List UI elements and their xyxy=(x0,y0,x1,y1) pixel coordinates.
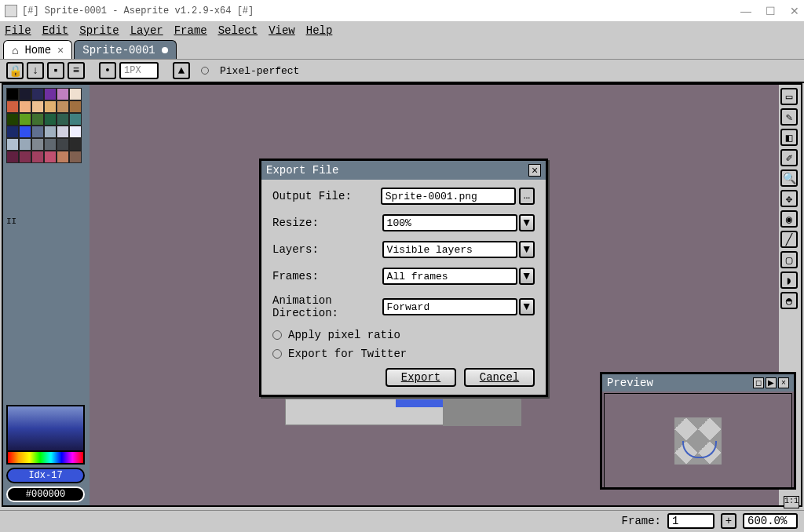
palette-swatch[interactable] xyxy=(6,126,19,138)
maximize-button[interactable]: ☐ xyxy=(766,5,776,17)
export-twitter-checkbox[interactable]: Export for Twitter xyxy=(272,348,535,360)
palette-swatch[interactable] xyxy=(44,113,57,126)
palette-swatch[interactable] xyxy=(44,126,57,138)
palette-swatch[interactable] xyxy=(44,138,57,151)
menu-edit[interactable]: Edit xyxy=(42,24,69,37)
preview-body[interactable] xyxy=(604,393,792,489)
palette-swatch[interactable] xyxy=(69,151,82,163)
brush-shape-button[interactable]: • xyxy=(99,62,116,79)
menu-view[interactable]: View xyxy=(269,24,295,37)
arrow-down-button[interactable]: ↓ xyxy=(27,62,44,79)
tool-contour[interactable]: ◗ xyxy=(780,271,798,289)
palette-swatch[interactable] xyxy=(19,113,31,126)
tool-pencil[interactable]: ✎ xyxy=(780,108,798,126)
browse-button[interactable]: … xyxy=(519,188,535,205)
palette-swatch[interactable] xyxy=(6,138,19,151)
palette-swatch[interactable] xyxy=(57,113,69,126)
palette-swatch[interactable] xyxy=(69,138,82,151)
palette-swatch[interactable] xyxy=(31,126,44,138)
palette-swatch[interactable] xyxy=(31,88,44,100)
dialog-titlebar[interactable]: Export File × xyxy=(261,161,546,180)
layers-select[interactable] xyxy=(382,241,517,258)
tool-marquee[interactable]: ▭ xyxy=(780,88,798,105)
palette-swatch[interactable] xyxy=(6,100,19,113)
tool-rect[interactable]: ▢ xyxy=(780,251,798,268)
palette-swatch[interactable] xyxy=(57,126,69,138)
close-button[interactable]: ✕ xyxy=(790,5,799,17)
palette-swatch[interactable] xyxy=(44,88,57,100)
animation-dropdown-button[interactable]: ▼ xyxy=(519,298,535,315)
palette-swatch[interactable] xyxy=(19,88,31,100)
layers-dropdown-button[interactable]: ▼ xyxy=(519,241,535,258)
palette-swatch[interactable] xyxy=(19,100,31,113)
preview-close-button[interactable]: × xyxy=(778,377,789,388)
add-frame-button[interactable]: + xyxy=(721,513,736,529)
frames-select[interactable] xyxy=(382,268,517,285)
palette-swatch[interactable] xyxy=(69,88,82,100)
dialog-close-button[interactable]: × xyxy=(528,164,541,177)
lock-button[interactable]: 🔒 xyxy=(6,62,24,79)
palette-swatch[interactable] xyxy=(6,88,19,100)
palette-swatch[interactable] xyxy=(19,151,31,163)
minimize-button[interactable]: — xyxy=(740,5,751,17)
preview-center-button[interactable]: ◻ xyxy=(753,377,764,388)
tool-line[interactable]: ╱ xyxy=(780,231,798,248)
tool-move[interactable]: ✥ xyxy=(780,190,798,207)
menu-sprite[interactable]: Sprite xyxy=(79,24,119,37)
pixel-perfect-radio[interactable] xyxy=(201,67,209,75)
palette-swatch[interactable] xyxy=(44,151,57,163)
palette-swatch[interactable] xyxy=(57,151,69,163)
color-index-button[interactable]: Idx-17 xyxy=(6,468,85,483)
resize-select[interactable] xyxy=(382,214,517,231)
palette-swatch[interactable] xyxy=(57,100,69,113)
options-button[interactable]: ≡ xyxy=(68,62,85,79)
tab-home-close[interactable]: × xyxy=(57,44,64,56)
preview-titlebar[interactable]: Preview ◻ ▶ × xyxy=(602,374,794,392)
palette-swatch[interactable] xyxy=(19,126,31,138)
palette-swatch[interactable] xyxy=(44,100,57,113)
export-button[interactable]: Export xyxy=(386,368,456,387)
palette-swatch[interactable] xyxy=(69,113,82,126)
color-gradient[interactable] xyxy=(6,405,85,452)
color-spectrum[interactable] xyxy=(6,452,85,465)
zoom-input[interactable] xyxy=(743,513,798,529)
color-palette[interactable] xyxy=(6,88,86,213)
resize-dropdown-button[interactable]: ▼ xyxy=(519,214,535,231)
palette-swatch[interactable] xyxy=(31,100,44,113)
tool-bucket[interactable]: ◉ xyxy=(780,210,798,228)
palette-swatch[interactable] xyxy=(57,138,69,151)
timeline-strip[interactable] xyxy=(285,399,521,425)
palette-swatch[interactable] xyxy=(19,138,31,151)
tab-home[interactable]: ⌂ Home × xyxy=(3,40,72,59)
preview-play-button[interactable]: ▶ xyxy=(766,377,777,388)
palette-swatch[interactable] xyxy=(31,138,44,151)
folder-button[interactable]: ▪ xyxy=(47,62,64,79)
frame-input[interactable] xyxy=(667,513,714,529)
output-file-input[interactable] xyxy=(381,188,516,205)
menu-select[interactable]: Select xyxy=(218,24,258,37)
palette-swatch[interactable] xyxy=(6,113,19,126)
menu-help[interactable]: Help xyxy=(306,24,333,37)
palette-swatch[interactable] xyxy=(69,126,82,138)
palette-swatch[interactable] xyxy=(57,88,69,100)
tool-eyedropper[interactable]: ✐ xyxy=(780,149,798,166)
tool-zoom[interactable]: 🔍 xyxy=(780,169,798,187)
ink-button[interactable]: ▲ xyxy=(173,62,190,79)
aspect-ratio-indicator[interactable]: 1:1 xyxy=(784,496,799,508)
color-hex-button[interactable]: #000000 xyxy=(6,486,85,502)
tool-blur[interactable]: ◓ xyxy=(780,292,798,309)
palette-swatch[interactable] xyxy=(31,151,44,163)
menu-frame[interactable]: Frame xyxy=(174,24,207,37)
cancel-button[interactable]: Cancel xyxy=(464,368,535,387)
brush-size-input[interactable] xyxy=(119,62,159,79)
frames-dropdown-button[interactable]: ▼ xyxy=(519,268,535,285)
palette-swatch[interactable] xyxy=(6,151,19,163)
tab-sprite[interactable]: Sprite-0001 xyxy=(74,40,176,59)
menu-layer[interactable]: Layer xyxy=(130,24,163,37)
menu-file[interactable]: File xyxy=(5,24,31,37)
tool-eraser[interactable]: ◧ xyxy=(780,129,798,146)
palette-swatch[interactable] xyxy=(31,113,44,126)
apply-pixel-ratio-checkbox[interactable]: Apply pixel ratio xyxy=(272,329,535,341)
animation-direction-select[interactable] xyxy=(382,298,517,315)
palette-swatch[interactable] xyxy=(69,100,82,113)
